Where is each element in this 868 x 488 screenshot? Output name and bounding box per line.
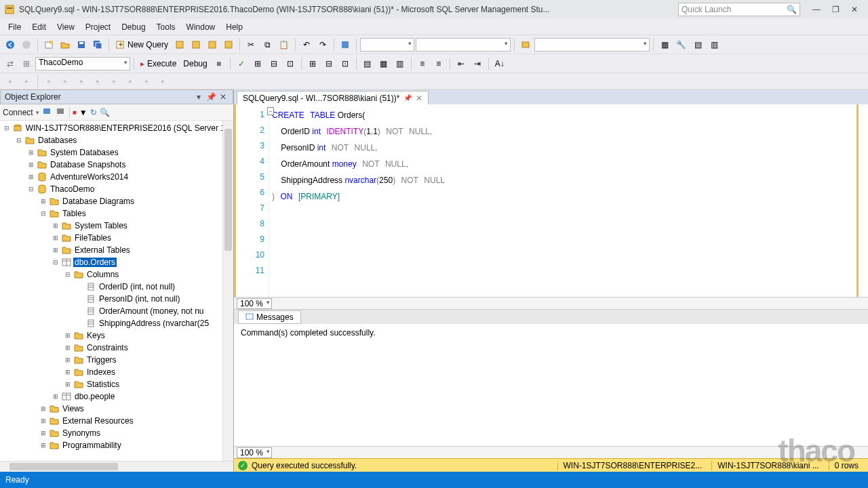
- views-node[interactable]: Views: [61, 404, 85, 413]
- editor-tab[interactable]: SQLQuery9.sql - WI...7SOR888\kiani (51))…: [237, 91, 429, 104]
- menu-project[interactable]: Project: [80, 20, 116, 34]
- find-combo[interactable]: [534, 38, 650, 52]
- panel-dropdown-button[interactable]: ▾: [193, 92, 204, 102]
- keys-node[interactable]: Keys: [85, 331, 106, 340]
- include-stats-button[interactable]: ⊟: [321, 56, 336, 71]
- x4-button[interactable]: ▫: [58, 74, 73, 89]
- col-orderamount[interactable]: OrderAmount (money, not nu: [98, 306, 205, 316]
- solution-platform-combo[interactable]: [416, 38, 511, 52]
- col-shipping[interactable]: ShippingAddress (nvarchar(25: [98, 319, 210, 328]
- server-node[interactable]: WIN-1SJT7SOR888\ENTERPRISE2016 (SQL Serv…: [24, 123, 233, 133]
- x2-button[interactable]: ▫: [19, 74, 34, 89]
- aw-node[interactable]: AdventureWorks2014: [49, 172, 130, 182]
- collapse-icon[interactable]: ⊟: [39, 210, 47, 217]
- comment-sel-button[interactable]: ≡: [415, 56, 430, 71]
- x6-button[interactable]: ▫: [90, 74, 105, 89]
- panel-pin-button[interactable]: 📌: [205, 92, 216, 102]
- open-button[interactable]: [58, 37, 73, 52]
- expand-icon[interactable]: ⊞: [27, 149, 35, 156]
- systables-node[interactable]: System Tables: [73, 221, 129, 230]
- collapse-icon[interactable]: ⊟: [27, 186, 35, 192]
- zoom-combo[interactable]: 100 %: [237, 298, 272, 309]
- disconnect-icon[interactable]: [56, 106, 66, 118]
- expand-icon[interactable]: ⊞: [64, 369, 72, 375]
- menu-edit[interactable]: Edit: [26, 20, 52, 34]
- query-options-button[interactable]: ⊟: [267, 56, 281, 71]
- panel-close-button[interactable]: ✕: [218, 92, 229, 102]
- parse-button[interactable]: ✓: [234, 56, 249, 71]
- expand-icon[interactable]: ⊞: [52, 247, 60, 253]
- undo-button[interactable]: ↶: [299, 37, 314, 52]
- x5-button[interactable]: ▫: [74, 74, 89, 89]
- people-node[interactable]: dbo.people: [73, 392, 116, 401]
- zoom-combo-2[interactable]: 100 %: [237, 447, 272, 458]
- triggers-node[interactable]: Triggers: [85, 355, 118, 365]
- collapse-icon[interactable]: ⊟: [64, 271, 72, 278]
- menu-window[interactable]: Window: [181, 20, 221, 34]
- expand-icon[interactable]: ⊞: [39, 198, 47, 205]
- constraints-node[interactable]: Constraints: [85, 343, 130, 352]
- expand-icon[interactable]: ⊞: [27, 174, 35, 180]
- results-text-button[interactable]: ▤: [360, 56, 375, 71]
- change-connection-button[interactable]: ⇄: [3, 56, 18, 71]
- solution-config-combo[interactable]: [360, 38, 414, 52]
- nav-fwd-button[interactable]: [19, 37, 34, 52]
- copy-button[interactable]: ⧉: [260, 37, 275, 52]
- maximize-button[interactable]: ❐: [826, 3, 845, 16]
- code-text[interactable]: −CREATE TABLE Orders( OrderID int IDENTI…: [269, 104, 859, 297]
- cut-button[interactable]: ✂: [243, 37, 258, 52]
- paste-button[interactable]: 📋: [276, 37, 292, 52]
- messages-tab[interactable]: Messages: [238, 310, 301, 324]
- menu-tools[interactable]: Tools: [151, 20, 181, 34]
- x8-button[interactable]: ▫: [123, 74, 138, 89]
- messages-body[interactable]: Command(s) completed successfully.: [234, 324, 868, 446]
- outdent-button[interactable]: ▥: [707, 37, 722, 52]
- tree-vscrollbar[interactable]: [222, 121, 233, 461]
- expand-icon[interactable]: ⊞: [39, 442, 47, 449]
- menu-view[interactable]: View: [52, 20, 80, 34]
- col-orderid[interactable]: OrderID (int, not null): [98, 282, 176, 291]
- expand-icon[interactable]: ⊞: [64, 381, 72, 388]
- uncomment-sel-button[interactable]: ≡: [431, 56, 446, 71]
- collapse-icon[interactable]: ⊟: [3, 125, 11, 131]
- tree-hscrollbar[interactable]: [0, 461, 233, 472]
- db-engine-query-button[interactable]: [172, 37, 187, 52]
- estimated-plan-button[interactable]: ⊞: [250, 56, 265, 71]
- connect-label[interactable]: Connect: [3, 108, 33, 117]
- extres-node[interactable]: External Resources: [61, 416, 135, 426]
- x9-button[interactable]: ▫: [139, 74, 154, 89]
- expand-icon[interactable]: ⊞: [52, 222, 60, 229]
- expand-icon[interactable]: ⊞: [39, 418, 47, 424]
- orders-node[interactable]: dbo.Orders: [73, 258, 117, 267]
- stop-icon[interactable]: ■: [73, 108, 77, 116]
- cancel-query-button[interactable]: ■: [212, 56, 226, 71]
- indent-button[interactable]: ▤: [690, 37, 705, 52]
- database-combo[interactable]: ThacoDemo: [35, 57, 130, 70]
- stats-node[interactable]: Statistics: [85, 380, 121, 389]
- available-db-button[interactable]: ⊞: [19, 56, 34, 71]
- dbsnap-node[interactable]: Database Snapshots: [49, 160, 127, 169]
- save-button[interactable]: [74, 37, 89, 52]
- find-button[interactable]: [518, 37, 533, 52]
- expand-icon[interactable]: ⊞: [64, 357, 72, 363]
- include-live-button[interactable]: ⊡: [338, 56, 353, 71]
- col-personid[interactable]: PersonID (int, not null): [98, 294, 181, 304]
- menu-help[interactable]: Help: [220, 20, 248, 34]
- results-grid-button[interactable]: ▦: [376, 56, 391, 71]
- dbdiag-node[interactable]: Database Diagrams: [61, 197, 136, 206]
- exttables-node[interactable]: External Tables: [73, 245, 132, 255]
- object-tree[interactable]: ⊟WIN-1SJT7SOR888\ENTERPRISE2016 (SQL Ser…: [0, 121, 233, 461]
- tables-node[interactable]: Tables: [61, 209, 87, 218]
- redo-button[interactable]: ↷: [315, 37, 330, 52]
- filter-icon[interactable]: ▼: [79, 108, 87, 117]
- debug-button[interactable]: Debug: [180, 56, 210, 71]
- save-all-button[interactable]: [90, 37, 105, 52]
- expand-icon[interactable]: ⊞: [52, 235, 60, 241]
- expand-icon[interactable]: ⊞: [39, 430, 47, 436]
- activity-monitor-button[interactable]: [338, 37, 353, 52]
- connect-icon[interactable]: [42, 106, 53, 118]
- menu-file[interactable]: File: [3, 20, 26, 34]
- expand-icon[interactable]: ⊞: [52, 393, 60, 400]
- dmx-query-button[interactable]: [221, 37, 236, 52]
- thaco-node[interactable]: ThacoDemo: [49, 184, 96, 194]
